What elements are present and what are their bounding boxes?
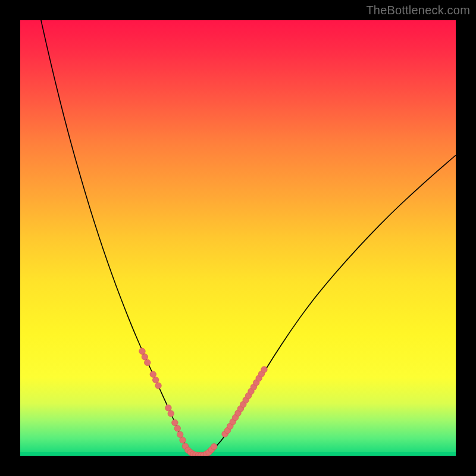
highlight-dot xyxy=(152,377,158,383)
watermark-text: TheBottleneck.com xyxy=(366,4,470,17)
highlight-dot xyxy=(172,419,178,425)
highlight-dot xyxy=(168,411,174,416)
highlight-dot xyxy=(155,383,161,389)
highlight-dot xyxy=(139,348,145,354)
highlight-dot xyxy=(174,425,180,431)
highlight-dots-group xyxy=(139,348,267,456)
highlight-dot xyxy=(165,405,171,411)
plot-area xyxy=(20,20,456,456)
bottleneck-curve-path xyxy=(20,20,456,455)
highlight-dot xyxy=(261,367,267,372)
highlight-dot xyxy=(142,354,148,360)
chart-stage: TheBottleneck.com xyxy=(0,0,476,476)
highlight-dot xyxy=(177,431,183,437)
highlight-dot xyxy=(145,359,151,365)
highlight-dot xyxy=(180,437,186,443)
highlight-dot xyxy=(211,443,217,449)
highlight-dot xyxy=(150,371,156,377)
curve-svg xyxy=(20,20,456,456)
